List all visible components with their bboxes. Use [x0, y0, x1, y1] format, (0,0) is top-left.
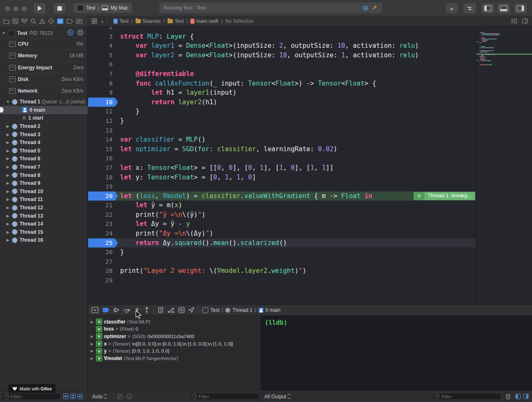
gauge-row-memory[interactable]: Memory 19 MB [0, 50, 88, 61]
variable-row-x[interactable]: ▶ V x = (Tensor) \n[[0.0, 0.0],\n [0.0, … [88, 340, 261, 348]
line-number[interactable]: 12 [88, 116, 118, 126]
code-line-23[interactable]: 23 let Δy = ŷ - y [88, 219, 476, 229]
editor-minimap[interactable] [476, 27, 532, 304]
debug-indicator-icon[interactable] [363, 5, 368, 11]
disclosure-triangle-icon[interactable]: ▶ [6, 214, 10, 218]
stack-frame-0-main[interactable]: 0 main [0, 106, 88, 114]
forward-button[interactable]: › [106, 18, 108, 25]
memory-graph-icon[interactable] [77, 29, 84, 37]
line-number[interactable]: 17 [88, 163, 118, 173]
code-review-button[interactable] [463, 3, 476, 14]
thread-row-4[interactable]: ▶Thread 4 [0, 139, 88, 147]
code-line-6[interactable]: 6 [88, 60, 476, 69]
disclosure-triangle-icon[interactable]: ▶ [6, 173, 10, 177]
console-output-popup[interactable]: All Output [264, 394, 291, 400]
scheme-selector[interactable]: Test ⟩ My Mac [73, 3, 132, 13]
clear-console-icon[interactable] [505, 393, 511, 400]
disclosure-triangle-icon[interactable]: ▶ [91, 320, 94, 324]
code-line-17[interactable]: 17let x: Tensor<Float> = [[0, 0], [0, 1]… [88, 163, 476, 173]
gauge-row-cpu[interactable]: CPU 0% [0, 38, 88, 50]
code-line-25[interactable]: 25 return Δy.squared().mean().scalarized… [88, 238, 476, 248]
project-navigator-icon[interactable] [3, 18, 10, 24]
debug-view-hierarchy-icon[interactable] [158, 307, 164, 313]
line-number[interactable]: 2 [88, 27, 118, 32]
breakpoint-marker[interactable]: 25 [88, 238, 118, 248]
continue-icon[interactable] [113, 307, 119, 313]
thread-row-12[interactable]: ▶Thread 12 [0, 203, 88, 212]
console-filter-field[interactable]: Filter [432, 393, 501, 400]
toggle-navigator-button[interactable] [481, 3, 495, 14]
debug-crumb-frame[interactable]: 0 main [266, 307, 281, 313]
code-line-9[interactable]: 9 let h1 = layer1(input) [88, 88, 476, 98]
filter-flag-button[interactable] [63, 394, 69, 399]
pause-process-icon[interactable] [67, 29, 74, 37]
editor-options-icon[interactable] [522, 18, 528, 24]
breadcrumb-selection[interactable]: No Selection [225, 18, 254, 24]
code-line-18[interactable]: 18let y: Tensor<Float> = [0, 1, 1, 0] [88, 173, 476, 182]
line-number[interactable]: 7 [88, 69, 118, 79]
code-line-8[interactable]: 8 func callAsFunction(_ input: Tensor<Fl… [88, 79, 476, 88]
disclosure-triangle-icon[interactable]: ▶ [6, 149, 10, 153]
code-line-10[interactable]: 10 return layer2(h1) [88, 98, 476, 107]
stop-button[interactable] [53, 3, 66, 14]
disclosure-triangle-icon[interactable]: ▶ [91, 342, 94, 346]
gauge-row-network[interactable]: Network Zero KB/s [0, 85, 88, 97]
variables-scope-popup[interactable]: Auto [92, 394, 108, 400]
disclosure-triangle-icon[interactable]: ▶ [6, 206, 10, 210]
back-button[interactable]: ‹ [101, 18, 103, 25]
filter-crashed-button[interactable] [70, 394, 76, 399]
disclosure-triangle-icon[interactable]: ▶ [6, 222, 10, 226]
variable-row-loss[interactable]: V loss = (Float) 0 [88, 326, 261, 333]
code-line-11[interactable]: 11 } [88, 107, 476, 116]
code-line-12[interactable]: 12} [88, 116, 476, 126]
code-line-16[interactable]: 16 [88, 154, 476, 163]
toggle-inspector-button[interactable] [514, 3, 527, 14]
thread-row-5[interactable]: ▶Thread 5 [0, 147, 88, 155]
process-row[interactable]: ▼ Test PID 78223 [0, 29, 88, 37]
thread-row-10[interactable]: ▶Thread 10 [0, 187, 88, 196]
thread-row-16[interactable]: ▶Thread 16 [0, 236, 88, 245]
related-items-icon[interactable] [91, 18, 97, 24]
line-number[interactable]: 11 [88, 107, 118, 116]
variable-row-y[interactable]: ▶ V y = (Tensor) [0.0, 1.0, 1.0, 0.0] [88, 347, 261, 355]
disclosure-triangle-icon[interactable]: ▶ [6, 230, 10, 234]
line-number[interactable]: 29 [88, 276, 118, 285]
thread-row-6[interactable]: ▶Thread 6 [0, 155, 88, 163]
debug-console[interactable]: (lldb) [261, 316, 532, 390]
line-number[interactable]: 14 [88, 135, 118, 145]
line-number[interactable]: 26 [88, 248, 118, 257]
line-number[interactable]: 24 [88, 229, 118, 238]
disclosure-triangle-icon[interactable]: ▶ [91, 356, 94, 360]
environment-overrides-icon[interactable] [178, 307, 185, 313]
code-line-27[interactable]: 27 [88, 257, 476, 267]
code-line-20[interactable]: 20let (loss, ∇model) = classifier.valueW… [88, 191, 476, 201]
show-console-button[interactable] [523, 394, 529, 399]
code-line-3[interactable]: 3struct MLP: Layer { [88, 32, 476, 42]
disclosure-triangle-icon[interactable]: ▶ [6, 238, 10, 242]
hide-debug-area-icon[interactable] [91, 307, 99, 313]
line-number[interactable]: 4 [88, 41, 118, 51]
step-out-icon[interactable] [144, 307, 150, 313]
stack-frame-1-start[interactable]: ⚙1 start [0, 114, 88, 123]
breakpoints-toggle-icon[interactable] [102, 307, 110, 313]
minimap-toggle-icon[interactable] [511, 18, 517, 24]
thread-row-3[interactable]: ▶Thread 3 [0, 130, 88, 139]
breakpoint-marker[interactable]: 10 [88, 98, 118, 107]
run-button[interactable] [33, 3, 46, 14]
disclosure-triangle-icon[interactable]: ▶ [6, 124, 10, 128]
debug-crumb-process[interactable]: Test [210, 307, 219, 313]
source-editor[interactable]: 23struct MLP: Layer {4 var layer1 = Dens… [88, 27, 476, 304]
code-line-4[interactable]: 4 var layer1 = Dense<Float>(inputSize: 2… [88, 41, 476, 51]
line-number[interactable]: 21 [88, 201, 118, 210]
code-line-5[interactable]: 5 var layer2 = Dense<Float>(inputSize: 1… [88, 51, 476, 60]
code-line-28[interactable]: 28print("Layer 2 weight: \(∇model.layer2… [88, 266, 476, 276]
line-number[interactable]: 16 [88, 154, 118, 163]
hammer-icon[interactable] [372, 5, 378, 11]
simulate-location-icon[interactable] [188, 307, 195, 313]
window-controls[interactable] [5, 5, 30, 13]
disclosure-triangle-icon[interactable]: ▶ [6, 181, 10, 185]
disclosure-triangle-icon[interactable]: ▼ [6, 100, 10, 104]
thread-row-14[interactable]: ▶Thread 14 [0, 220, 88, 228]
thread-row-8[interactable]: ▶Thread 8 [0, 171, 88, 179]
line-number[interactable]: 15 [88, 145, 118, 154]
